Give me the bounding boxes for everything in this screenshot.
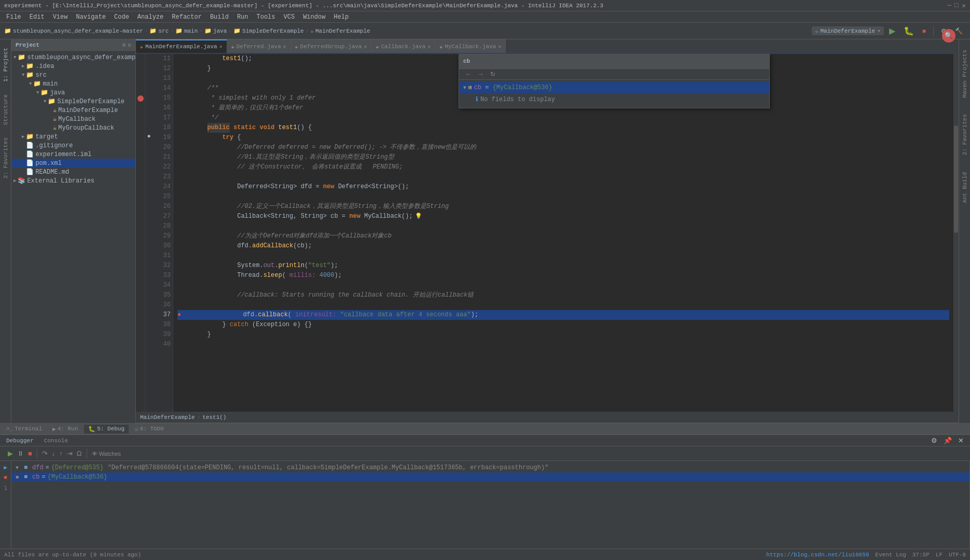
run-config-selector[interactable]: ☕ MainDeferExample ▾: [812, 26, 884, 35]
tree-item-readme[interactable]: ▶ 📄 README.md: [11, 167, 135, 176]
tab-close-icon3[interactable]: ✕: [364, 44, 367, 50]
menu-item-navigate[interactable]: Navigate: [72, 12, 110, 22]
search-button[interactable]: 🔍: [942, 29, 955, 43]
tree-item-externals[interactable]: ▶ 📚 External Libraries: [11, 176, 135, 185]
menu-item-window[interactable]: Window: [299, 12, 329, 22]
evaluate-btn[interactable]: Ω: [75, 449, 84, 458]
debug-close-btn[interactable]: ✕: [956, 436, 966, 445]
debug-stop-nav[interactable]: ■: [2, 473, 10, 482]
maximize-btn[interactable]: □: [954, 2, 959, 9]
menu-item-file[interactable]: File: [2, 12, 25, 22]
popup-tool-back[interactable]: ←: [463, 70, 474, 78]
tree-item-mycallback[interactable]: ☕ MyCallback: [11, 115, 135, 123]
tab-close-icon2[interactable]: ✕: [283, 44, 286, 50]
code-content[interactable]: test1(); } /** * simplest with only 1 de…: [173, 54, 953, 412]
tab-callback[interactable]: ☕ Callback.java ✕: [371, 39, 435, 53]
menu-item-code[interactable]: Code: [110, 12, 133, 22]
menu-item-vcs[interactable]: VCS: [280, 12, 299, 22]
tree-item-java[interactable]: ▼ 📁 java: [11, 88, 135, 97]
maven-projects-panel[interactable]: Maven Projects: [960, 44, 969, 104]
menu-item-edit[interactable]: Edit: [25, 12, 49, 22]
tree-item-main[interactable]: ▼ 📁 main: [11, 79, 135, 88]
tab-deferred[interactable]: ☕ Deferred.java ✕: [227, 39, 291, 53]
ant-build-panel[interactable]: Ant Build: [960, 166, 969, 209]
debug-resume-nav[interactable]: ▶: [2, 463, 10, 471]
tree-item-simpledeferexample[interactable]: ▼ 📁 SimpleDeferExample: [11, 97, 135, 106]
tab-debug[interactable]: 🐛 5: Debug: [84, 425, 129, 433]
tree-item-gitignore[interactable]: ▶ 📄 .gitignore: [11, 141, 135, 150]
minimize-btn[interactable]: ─: [948, 2, 952, 9]
tab-close-icon[interactable]: ✕: [219, 44, 223, 50]
debugger-tab[interactable]: Debugger: [2, 437, 38, 445]
stop-button[interactable]: ■: [919, 26, 929, 36]
java-file-icon: ☕: [53, 124, 57, 132]
debug-toolbar: ▶ ⏸ ■ ↷ ↓ ↑ ⇥ Ω 👁 Watches: [0, 446, 970, 461]
sidebar-item-favorites[interactable]: 2: Favorites: [1, 131, 10, 185]
step-over-btn[interactable]: ↷: [40, 449, 49, 458]
var-item-cb[interactable]: ■ ■ cb = {MyCallback@536}: [11, 472, 969, 482]
code-editor[interactable]: ● 11 12 13 14 15 16 17 18 19 20 21 22 23: [136, 54, 959, 412]
sync-icon[interactable]: ↻: [128, 41, 131, 48]
tree-item-pom[interactable]: ▶ 📄 pom.xml: [11, 159, 135, 167]
var-item-dfd[interactable]: ▼ ■ dfd = {Deferred@535} "Deferred@57886…: [11, 463, 969, 472]
step-out-btn[interactable]: ↑: [58, 449, 64, 458]
stop-debug-btn[interactable]: ■: [26, 449, 34, 458]
folder-icon: 📁: [26, 71, 34, 79]
title-text: experiement - [E:\IntelliJ_Project\stumb…: [4, 3, 948, 9]
tree-item-iml[interactable]: ▶ 📄 experiement.iml: [11, 150, 135, 159]
scrollbar-thumb[interactable]: [954, 125, 958, 233]
debug-button[interactable]: 🐛: [900, 25, 917, 37]
tree-item-src[interactable]: ▼ 📁 src: [11, 71, 135, 79]
console-tab[interactable]: Console: [40, 437, 72, 445]
run-button[interactable]: ▶: [886, 25, 898, 37]
tab-todo[interactable]: ☑ 6: TODO: [131, 425, 168, 433]
tab-mycallback[interactable]: ☕ MyCallback.java ✕: [435, 39, 506, 53]
step-into-btn[interactable]: ↓: [50, 449, 57, 458]
menu-item-refactor[interactable]: Refactor: [168, 12, 206, 22]
status-link[interactable]: https://blog.csdn.net/liu16659: [766, 552, 869, 558]
tab-deferredgroup[interactable]: ☕ DeferredGroup.java ✕: [291, 39, 372, 53]
debug-step-nav[interactable]: ⤵: [2, 484, 10, 492]
debug-settings-btn[interactable]: ⚙: [929, 436, 939, 445]
tree-root[interactable]: ▼ 📁 stumbleupon_async_defer_example-mast…: [11, 53, 135, 62]
popup-item-cb[interactable]: ▼ ⊞ cb = {MyCallback@536}: [459, 82, 769, 94]
menu-item-analyze[interactable]: Analyze: [133, 12, 168, 22]
popup-tool-refresh[interactable]: ↻: [488, 70, 497, 78]
code-line-38: } catch (Exception e) {}: [177, 320, 949, 330]
expand-icon: ▶: [22, 63, 24, 69]
menu-item-run[interactable]: Run: [233, 12, 253, 22]
debug-content: ▶ ■ ⤵ ▼ ■ dfd = {Deferred@535} "Deferred…: [0, 461, 970, 549]
tab-run[interactable]: ▶ 4: Run: [48, 425, 82, 433]
popup-tool-forward[interactable]: →: [476, 70, 486, 78]
event-log[interactable]: Event Log: [875, 552, 906, 558]
tab-close-icon4[interactable]: ✕: [427, 44, 431, 50]
editor-scrollbar[interactable]: [953, 54, 959, 412]
tree-item-maindefer[interactable]: ☕ MainDeferExample: [11, 106, 135, 115]
code-line-25: [177, 192, 949, 202]
folder-icon: 📁: [40, 89, 48, 96]
debug-pin-btn[interactable]: 📌: [941, 436, 954, 445]
expand-icon: ▶: [22, 169, 24, 175]
sidebar-item-structure[interactable]: Structure: [1, 88, 10, 131]
menu-item-help[interactable]: Help: [329, 12, 353, 22]
tree-item-target[interactable]: ▶ 📁 target: [11, 132, 135, 141]
tree-item-idea[interactable]: ▶ 📁 .idea: [11, 62, 135, 71]
favorites-right-panel[interactable]: 2: Favorites: [960, 108, 969, 161]
pause-btn[interactable]: ⏸: [16, 449, 25, 458]
menu-item-tools[interactable]: Tools: [253, 12, 280, 22]
watches-btn[interactable]: 👁 Watches: [90, 450, 122, 457]
code-line-32: System.out.println("test");: [177, 261, 949, 271]
left-panel-icons: 1: Project Structure 2: Favorites: [0, 39, 11, 423]
gear-icon[interactable]: ⚙: [122, 41, 126, 48]
tab-terminal[interactable]: >_ Terminal: [2, 425, 46, 433]
tree-item-mygroupcallback[interactable]: ☕ MyGroupCallback: [11, 123, 135, 132]
resume-btn[interactable]: ▶: [6, 449, 15, 458]
run-to-cursor-btn[interactable]: ⇥: [65, 449, 74, 458]
menu-item-view[interactable]: View: [49, 12, 72, 22]
close-btn[interactable]: ✕: [962, 2, 966, 10]
tab-close-icon5[interactable]: ✕: [498, 44, 501, 50]
tab-maindefer[interactable]: ☕ MainDeferExample.java ✕: [136, 39, 227, 53]
gutter-37[interactable]: [137, 54, 144, 64]
menu-item-build[interactable]: Build: [206, 12, 233, 22]
sidebar-item-project[interactable]: 1: Project: [1, 41, 10, 88]
